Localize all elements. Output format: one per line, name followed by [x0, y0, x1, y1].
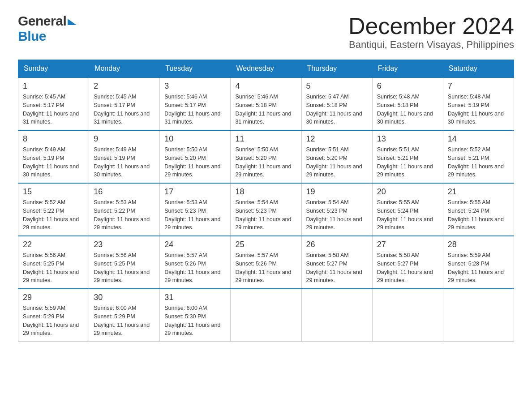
day-info: Sunrise: 5:50 AM Sunset: 5:20 PM Dayligh…	[164, 146, 226, 179]
day-info: Sunrise: 5:56 AM Sunset: 5:25 PM Dayligh…	[94, 251, 155, 285]
calendar-title: December 2024	[348, 13, 514, 39]
calendar-week-row: 1 Sunrise: 5:45 AM Sunset: 5:17 PM Dayli…	[18, 77, 514, 130]
calendar-table: SundayMondayTuesdayWednesdayThursdayFrid…	[18, 60, 514, 342]
calendar-cell: 27 Sunrise: 5:58 AM Sunset: 5:27 PM Dayl…	[372, 236, 443, 289]
day-info: Sunrise: 5:53 AM Sunset: 5:23 PM Dayligh…	[164, 198, 226, 232]
day-number: 4	[235, 81, 296, 91]
day-info: Sunrise: 6:00 AM Sunset: 5:30 PM Dayligh…	[164, 304, 226, 338]
calendar-header-saturday: Saturday	[443, 60, 514, 78]
calendar-cell: 20 Sunrise: 5:55 AM Sunset: 5:24 PM Dayl…	[372, 183, 443, 236]
day-number: 3	[164, 81, 226, 91]
day-info: Sunrise: 5:50 AM Sunset: 5:20 PM Dayligh…	[235, 146, 296, 179]
day-info: Sunrise: 5:48 AM Sunset: 5:18 PM Dayligh…	[377, 93, 438, 126]
day-number: 6	[377, 81, 438, 91]
day-number: 21	[448, 187, 509, 197]
calendar-cell: 9 Sunrise: 5:49 AM Sunset: 5:19 PM Dayli…	[89, 130, 160, 183]
day-info: Sunrise: 5:52 AM Sunset: 5:22 PM Dayligh…	[23, 198, 84, 232]
calendar-cell: 6 Sunrise: 5:48 AM Sunset: 5:18 PM Dayli…	[372, 77, 443, 130]
calendar-header-thursday: Thursday	[301, 60, 372, 78]
day-number: 30	[94, 293, 155, 302]
calendar-cell: 13 Sunrise: 5:51 AM Sunset: 5:21 PM Dayl…	[372, 130, 443, 183]
day-number: 15	[23, 187, 84, 197]
day-info: Sunrise: 5:57 AM Sunset: 5:26 PM Dayligh…	[235, 251, 296, 285]
day-info: Sunrise: 6:00 AM Sunset: 5:29 PM Dayligh…	[94, 304, 155, 338]
day-number: 14	[448, 134, 509, 144]
day-number: 7	[448, 81, 509, 91]
day-number: 28	[448, 240, 509, 249]
day-info: Sunrise: 5:48 AM Sunset: 5:19 PM Dayligh…	[448, 93, 509, 126]
calendar-cell: 31 Sunrise: 6:00 AM Sunset: 5:30 PM Dayl…	[160, 289, 231, 342]
day-number: 19	[306, 187, 368, 197]
logo-arrow-icon	[68, 19, 77, 25]
calendar-cell: 23 Sunrise: 5:56 AM Sunset: 5:25 PM Dayl…	[89, 236, 160, 289]
day-info: Sunrise: 5:45 AM Sunset: 5:17 PM Dayligh…	[23, 93, 84, 126]
day-number: 29	[23, 293, 84, 302]
day-info: Sunrise: 5:54 AM Sunset: 5:23 PM Dayligh…	[235, 198, 296, 232]
day-info: Sunrise: 5:52 AM Sunset: 5:21 PM Dayligh…	[448, 146, 509, 179]
calendar-cell: 8 Sunrise: 5:49 AM Sunset: 5:19 PM Dayli…	[18, 130, 89, 183]
day-info: Sunrise: 5:54 AM Sunset: 5:23 PM Dayligh…	[306, 198, 368, 232]
calendar-cell: 14 Sunrise: 5:52 AM Sunset: 5:21 PM Dayl…	[443, 130, 514, 183]
day-info: Sunrise: 5:56 AM Sunset: 5:25 PM Dayligh…	[23, 251, 84, 285]
day-info: Sunrise: 5:59 AM Sunset: 5:29 PM Dayligh…	[23, 304, 84, 338]
calendar-header-row: SundayMondayTuesdayWednesdayThursdayFrid…	[18, 60, 514, 78]
calendar-header-wednesday: Wednesday	[231, 60, 301, 78]
logo-general-text: General	[18, 13, 66, 29]
calendar-cell: 29 Sunrise: 5:59 AM Sunset: 5:29 PM Dayl…	[18, 289, 89, 342]
calendar-week-row: 29 Sunrise: 5:59 AM Sunset: 5:29 PM Dayl…	[18, 289, 514, 342]
calendar-header-tuesday: Tuesday	[160, 60, 231, 78]
day-number: 11	[235, 134, 296, 144]
calendar-cell: 7 Sunrise: 5:48 AM Sunset: 5:19 PM Dayli…	[443, 77, 514, 130]
day-number: 20	[377, 187, 438, 197]
calendar-cell	[372, 289, 443, 342]
calendar-cell: 28 Sunrise: 5:59 AM Sunset: 5:28 PM Dayl…	[443, 236, 514, 289]
day-info: Sunrise: 5:58 AM Sunset: 5:27 PM Dayligh…	[377, 251, 438, 285]
calendar-cell: 5 Sunrise: 5:47 AM Sunset: 5:18 PM Dayli…	[301, 77, 372, 130]
calendar-cell: 19 Sunrise: 5:54 AM Sunset: 5:23 PM Dayl…	[301, 183, 372, 236]
day-number: 26	[306, 240, 368, 249]
day-number: 24	[164, 240, 226, 249]
day-info: Sunrise: 5:49 AM Sunset: 5:19 PM Dayligh…	[94, 146, 155, 179]
calendar-week-row: 15 Sunrise: 5:52 AM Sunset: 5:22 PM Dayl…	[18, 183, 514, 236]
calendar-week-row: 22 Sunrise: 5:56 AM Sunset: 5:25 PM Dayl…	[18, 236, 514, 289]
day-info: Sunrise: 5:58 AM Sunset: 5:27 PM Dayligh…	[306, 251, 368, 285]
calendar-cell: 21 Sunrise: 5:55 AM Sunset: 5:24 PM Dayl…	[443, 183, 514, 236]
calendar-cell: 10 Sunrise: 5:50 AM Sunset: 5:20 PM Dayl…	[160, 130, 231, 183]
calendar-cell: 1 Sunrise: 5:45 AM Sunset: 5:17 PM Dayli…	[18, 77, 89, 130]
day-number: 31	[164, 293, 226, 302]
day-info: Sunrise: 5:55 AM Sunset: 5:24 PM Dayligh…	[377, 198, 438, 232]
calendar-cell: 16 Sunrise: 5:53 AM Sunset: 5:22 PM Dayl…	[89, 183, 160, 236]
calendar-cell	[443, 289, 514, 342]
calendar-header-monday: Monday	[89, 60, 160, 78]
day-info: Sunrise: 5:57 AM Sunset: 5:26 PM Dayligh…	[164, 251, 226, 285]
calendar-cell	[231, 289, 301, 342]
calendar-cell: 4 Sunrise: 5:46 AM Sunset: 5:18 PM Dayli…	[231, 77, 301, 130]
calendar-cell: 24 Sunrise: 5:57 AM Sunset: 5:26 PM Dayl…	[160, 236, 231, 289]
calendar-cell: 18 Sunrise: 5:54 AM Sunset: 5:23 PM Dayl…	[231, 183, 301, 236]
day-number: 17	[164, 187, 226, 197]
calendar-cell: 11 Sunrise: 5:50 AM Sunset: 5:20 PM Dayl…	[231, 130, 301, 183]
day-number: 23	[94, 240, 155, 249]
day-info: Sunrise: 5:49 AM Sunset: 5:19 PM Dayligh…	[23, 146, 84, 179]
title-block: December 2024 Bantiqui, Eastern Visayas,…	[348, 13, 514, 51]
calendar-week-row: 8 Sunrise: 5:49 AM Sunset: 5:19 PM Dayli…	[18, 130, 514, 183]
calendar-cell: 26 Sunrise: 5:58 AM Sunset: 5:27 PM Dayl…	[301, 236, 372, 289]
calendar-header-friday: Friday	[372, 60, 443, 78]
day-number: 22	[23, 240, 84, 249]
day-info: Sunrise: 5:51 AM Sunset: 5:21 PM Dayligh…	[377, 146, 438, 179]
day-number: 12	[306, 134, 368, 144]
calendar-subtitle: Bantiqui, Eastern Visayas, Philippines	[348, 39, 514, 51]
calendar-cell: 2 Sunrise: 5:45 AM Sunset: 5:17 PM Dayli…	[89, 77, 160, 130]
day-info: Sunrise: 5:45 AM Sunset: 5:17 PM Dayligh…	[94, 93, 155, 126]
calendar-cell	[301, 289, 372, 342]
day-info: Sunrise: 5:46 AM Sunset: 5:18 PM Dayligh…	[235, 93, 296, 126]
day-number: 25	[235, 240, 296, 249]
logo: General Blue	[18, 13, 77, 44]
day-info: Sunrise: 5:59 AM Sunset: 5:28 PM Dayligh…	[448, 251, 509, 285]
day-info: Sunrise: 5:53 AM Sunset: 5:22 PM Dayligh…	[94, 198, 155, 232]
day-number: 1	[23, 81, 84, 91]
calendar-cell: 3 Sunrise: 5:46 AM Sunset: 5:17 PM Dayli…	[160, 77, 231, 130]
day-number: 27	[377, 240, 438, 249]
calendar-cell: 12 Sunrise: 5:51 AM Sunset: 5:20 PM Dayl…	[301, 130, 372, 183]
day-number: 10	[164, 134, 226, 144]
